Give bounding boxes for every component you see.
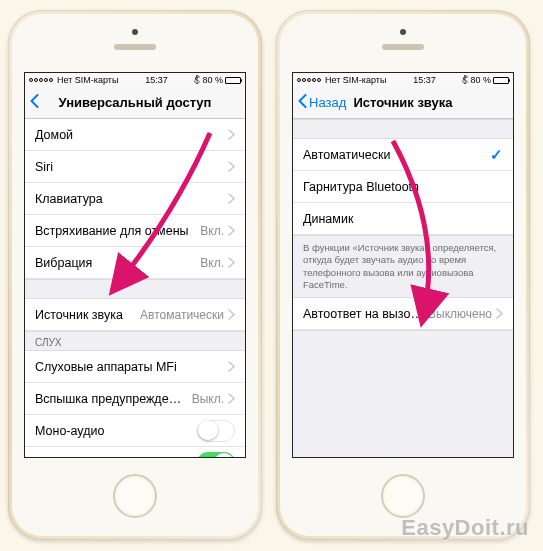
chevron-right-icon (228, 309, 235, 320)
watermark: EasyDoit.ru (401, 515, 529, 541)
nav-title: Источник звука (354, 95, 453, 110)
status-bar: Нет SIM-карты 15:37 80 % (293, 73, 513, 87)
row-label: Встряхивание для отмены (35, 224, 196, 238)
section-header-hearing: слух (25, 331, 245, 351)
chevron-right-icon (496, 308, 503, 319)
row-bt-headset[interactable]: Гарнитура Bluetooth (293, 171, 513, 203)
row-vibration[interactable]: Вибрация Вкл. (25, 247, 245, 279)
status-time: 15:37 (413, 75, 436, 85)
row-label: Вибрация (35, 256, 196, 270)
row-home[interactable]: Домой (25, 119, 245, 151)
row-shake-undo[interactable]: Встряхивание для отмены Вкл. (25, 215, 245, 247)
row-label: Автоответ на вызовы (303, 307, 424, 321)
row-mfi-hearing[interactable]: Слуховые аппараты MFi (25, 351, 245, 383)
row-auto[interactable]: Автоматически ✓ (293, 139, 513, 171)
chevron-left-icon (297, 94, 308, 111)
section-header-label: слух (35, 337, 61, 348)
row-speaker[interactable]: Динамик (293, 203, 513, 235)
chevron-left-icon (29, 94, 40, 111)
toggle-noise-cancel[interactable] (197, 452, 235, 459)
chevron-right-icon (228, 193, 235, 204)
carrier-label: Нет SIM-карты (325, 75, 386, 85)
earpiece-speaker (382, 44, 424, 50)
nav-bar: Назад Источник звука (293, 87, 513, 119)
row-auto-answer[interactable]: Автоответ на вызовы Выключено (293, 298, 513, 330)
phone-hardware-top (12, 14, 258, 72)
row-label: Вспышка предупреждений (35, 392, 188, 406)
bluetooth-icon (194, 75, 200, 86)
status-time: 15:37 (145, 75, 168, 85)
screen-left: Нет SIM-карты 15:37 80 % (24, 72, 246, 458)
phone-left: Нет SIM-карты 15:37 80 % (8, 10, 262, 540)
row-detail: Вкл. (200, 256, 224, 270)
home-button[interactable] (381, 474, 425, 518)
phone-hardware-top (280, 14, 526, 72)
chevron-right-icon (228, 257, 235, 268)
row-detail: Вкл. (200, 224, 224, 238)
row-label: Слуховые аппараты MFi (35, 360, 224, 374)
nav-bar: Универсальный доступ (25, 87, 245, 119)
screen-right: Нет SIM-карты 15:37 80 % (292, 72, 514, 458)
row-label: Моно-аудио (35, 424, 193, 438)
section-footer-text: В функции «Источник звука» определяется,… (303, 242, 503, 291)
row-label: Динамик (303, 212, 503, 226)
battery-pct: 80 % (470, 75, 491, 85)
row-label: Клавиатура (35, 192, 224, 206)
signal-icon (297, 78, 321, 82)
chevron-right-icon (228, 361, 235, 372)
camera-dot (132, 29, 138, 35)
back-label: Назад (309, 95, 346, 110)
home-button[interactable] (113, 474, 157, 518)
row-detail: Выкл. (192, 392, 224, 406)
back-button[interactable] (29, 94, 40, 111)
battery-pct: 80 % (202, 75, 223, 85)
row-label: Автоматически (303, 148, 486, 162)
chevron-right-icon (228, 129, 235, 140)
nav-title: Универсальный доступ (59, 95, 212, 110)
group-gap (293, 330, 513, 458)
bluetooth-icon (462, 75, 468, 86)
row-siri[interactable]: Siri (25, 151, 245, 183)
group-gap (25, 279, 245, 299)
status-bar: Нет SIM-карты 15:37 80 % (25, 73, 245, 87)
back-button[interactable]: Назад (297, 94, 346, 111)
row-flash-alerts[interactable]: Вспышка предупреждений Выкл. (25, 383, 245, 415)
battery-icon (225, 77, 241, 84)
row-keyboard[interactable]: Клавиатура (25, 183, 245, 215)
phone-right: Нет SIM-карты 15:37 80 % (276, 10, 530, 540)
camera-dot (400, 29, 406, 35)
row-label: Источник звука (35, 308, 136, 322)
checkmark-icon: ✓ (490, 146, 503, 164)
chevron-right-icon (228, 393, 235, 404)
battery-icon (493, 77, 509, 84)
toggle-mono-audio[interactable] (197, 420, 235, 442)
row-label: Шумоподавление телефона (35, 456, 193, 459)
chevron-right-icon (228, 225, 235, 236)
section-footer-desc: В функции «Источник звука» определяется,… (293, 235, 513, 298)
row-label: Домой (35, 128, 224, 142)
row-audio-source[interactable]: Источник звука Автоматически (25, 299, 245, 331)
row-label: Гарнитура Bluetooth (303, 180, 503, 194)
group-gap (293, 119, 513, 139)
signal-icon (29, 78, 53, 82)
row-mono-audio[interactable]: Моно-аудио (25, 415, 245, 447)
row-detail: Выключено (428, 307, 492, 321)
row-detail: Автоматически (140, 308, 224, 322)
row-label: Siri (35, 160, 224, 174)
chevron-right-icon (228, 161, 235, 172)
carrier-label: Нет SIM-карты (57, 75, 118, 85)
row-noise-cancel[interactable]: Шумоподавление телефона (25, 447, 245, 458)
earpiece-speaker (114, 44, 156, 50)
